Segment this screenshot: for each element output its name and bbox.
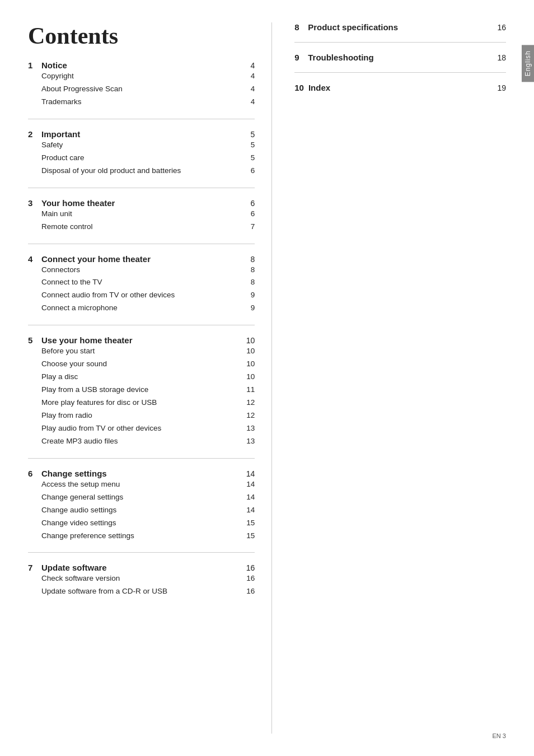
section-header-row: 10Index19 xyxy=(294,83,506,92)
section-1: 1Notice4Copyright4About Progressive Scan… xyxy=(28,60,255,119)
section-number: 1 xyxy=(28,60,37,70)
section-page: 14 xyxy=(238,469,255,478)
section-sub-row: Remote control7 xyxy=(28,221,255,234)
section-sub-row: About Progressive Scan4 xyxy=(28,83,255,96)
section-sub-page: 14 xyxy=(238,491,255,504)
section-4: 4Connect your home theater8Connectors8Co… xyxy=(28,254,255,326)
section-sub-row: Change audio settings14 xyxy=(28,504,255,517)
section-sub-row: Disposal of your old product and batteri… xyxy=(28,165,255,178)
section-page: 16 xyxy=(238,563,255,572)
section-page: 6 xyxy=(238,199,255,208)
right-column: 8Product specifications169Troubleshootin… xyxy=(272,22,506,734)
section-sub-label: Change general settings xyxy=(41,491,238,504)
section-title: Update software xyxy=(41,563,238,572)
section-sub-label: Check software version xyxy=(41,572,238,585)
section-sub-label: Before you start xyxy=(41,345,238,358)
section-page: 5 xyxy=(238,130,255,139)
section-page: 19 xyxy=(489,83,506,92)
left-column: Contents 1Notice4Copyright4About Progres… xyxy=(28,22,272,734)
section-sub-label: About Progressive Scan xyxy=(41,83,238,96)
section-sub-label: Change audio settings xyxy=(41,504,238,517)
section-sub-label: Trademarks xyxy=(41,96,238,109)
section-sub-label: Choose your sound xyxy=(41,358,238,371)
right-sections-container: 8Product specifications169Troubleshootin… xyxy=(294,22,506,102)
section-sub-row: Copyright4 xyxy=(28,70,255,83)
section-header-row: 6Change settings14 xyxy=(28,469,255,478)
section-number: 5 xyxy=(28,335,37,345)
section-sub-row: Choose your sound10 xyxy=(28,358,255,371)
section-sub-row: Update software from a CD-R or USB16 xyxy=(28,585,255,598)
section-header-row: 2Important5 xyxy=(28,129,255,139)
section-sub-label: Connect audio from TV or other devices xyxy=(41,289,238,302)
section-sub-label: Safety xyxy=(41,139,238,152)
section-sub-row: Play a disc10 xyxy=(28,371,255,384)
section-sub-label: Connectors xyxy=(41,264,238,277)
section-sub-label: Create MP3 audio files xyxy=(41,435,238,448)
section-sub-page: 12 xyxy=(238,409,255,422)
section-10: 10Index19 xyxy=(294,83,506,102)
section-6: 6Change settings14Access the setup menu1… xyxy=(28,469,255,553)
section-sub-row: Connectors8 xyxy=(28,264,255,277)
section-sub-page: 10 xyxy=(238,345,255,358)
section-sub-page: 16 xyxy=(238,585,255,598)
section-sub-row: Create MP3 audio files13 xyxy=(28,435,255,448)
section-title: Connect your home theater xyxy=(41,254,238,264)
section-sub-row: Safety5 xyxy=(28,139,255,152)
section-title: Index xyxy=(308,83,489,92)
section-sub-row: Connect to the TV8 xyxy=(28,276,255,289)
section-header-row: 7Update software16 xyxy=(28,563,255,572)
section-header-row: 8Product specifications16 xyxy=(294,22,506,32)
section-sub-page: 4 xyxy=(238,70,255,83)
section-sub-page: 5 xyxy=(238,152,255,165)
section-sub-page: 13 xyxy=(238,435,255,448)
section-sub-row: Trademarks4 xyxy=(28,96,255,109)
section-title: Troubleshooting xyxy=(308,53,489,62)
section-page: 8 xyxy=(238,255,255,264)
section-8: 8Product specifications16 xyxy=(294,22,506,43)
section-sub-page: 8 xyxy=(238,276,255,289)
footer-label: EN 3 xyxy=(493,732,506,739)
section-sub-page: 8 xyxy=(238,264,255,277)
section-sub-row: Check software version16 xyxy=(28,572,255,585)
section-sub-row: More play features for disc or USB12 xyxy=(28,396,255,409)
section-page: 10 xyxy=(238,336,255,345)
section-sub-row: Main unit6 xyxy=(28,208,255,221)
section-sub-page: 16 xyxy=(238,572,255,585)
section-title: Important xyxy=(41,129,238,139)
section-number: 10 xyxy=(294,83,304,92)
section-sub-page: 14 xyxy=(238,478,255,491)
section-sub-page: 14 xyxy=(238,504,255,517)
section-5: 5Use your home theater10Before you start… xyxy=(28,335,255,459)
page-title: Contents xyxy=(28,22,255,49)
section-sub-row: Connect audio from TV or other devices9 xyxy=(28,289,255,302)
section-sub-page: 6 xyxy=(238,165,255,178)
section-sub-label: Copyright xyxy=(41,70,238,83)
section-sub-label: Play from radio xyxy=(41,409,238,422)
section-sub-label: Play audio from TV or other devices xyxy=(41,422,238,435)
left-sections-container: 1Notice4Copyright4About Progressive Scan… xyxy=(28,60,255,608)
section-sub-label: Update software from a CD-R or USB xyxy=(41,585,238,598)
section-sub-label: More play features for disc or USB xyxy=(41,396,238,409)
section-sub-label: Connect to the TV xyxy=(41,276,238,289)
section-sub-row: Before you start10 xyxy=(28,345,255,358)
section-sub-label: Remote control xyxy=(41,221,238,234)
section-sub-page: 12 xyxy=(238,396,255,409)
section-sub-label: Connect a microphone xyxy=(41,302,238,315)
section-title: Your home theater xyxy=(41,198,238,208)
section-sub-label: Main unit xyxy=(41,208,238,221)
section-sub-label: Change preference settings xyxy=(41,530,238,543)
section-sub-label: Play a disc xyxy=(41,371,238,384)
section-2: 2Important5Safety5Product care5Disposal … xyxy=(28,129,255,188)
section-sub-page: 4 xyxy=(238,96,255,109)
section-sub-label: Disposal of your old product and batteri… xyxy=(41,165,238,178)
section-sub-row: Product care5 xyxy=(28,152,255,165)
section-sub-page: 10 xyxy=(238,358,255,371)
section-header-row: 9Troubleshooting18 xyxy=(294,53,506,62)
section-3: 3Your home theater6Main unit6Remote cont… xyxy=(28,198,255,244)
language-tab: English xyxy=(522,45,534,82)
section-header-row: 1Notice4 xyxy=(28,60,255,70)
section-sub-row: Play audio from TV or other devices13 xyxy=(28,422,255,435)
section-9: 9Troubleshooting18 xyxy=(294,53,506,73)
section-number: 9 xyxy=(294,53,303,62)
section-title: Use your home theater xyxy=(41,335,238,345)
